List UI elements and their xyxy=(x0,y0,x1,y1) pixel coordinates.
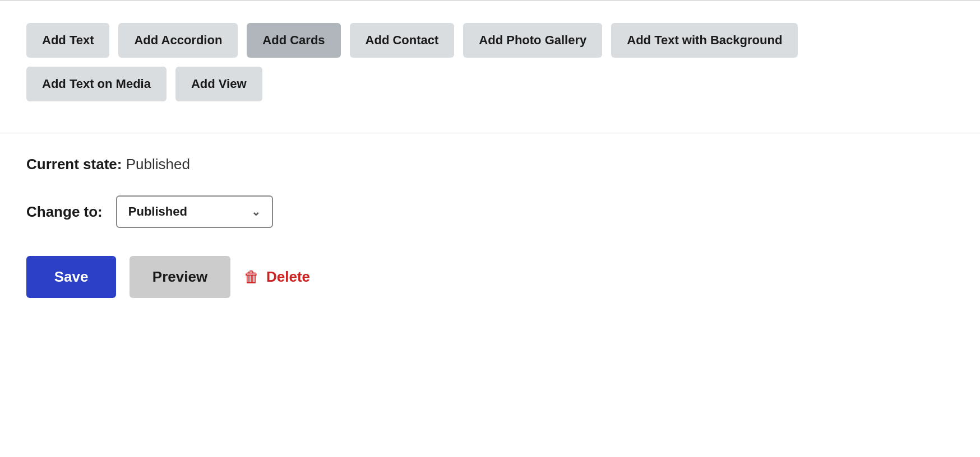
trash-icon: 🗑 xyxy=(244,268,260,286)
status-select-value: Published xyxy=(128,204,187,219)
delete-container[interactable]: 🗑 Delete xyxy=(244,268,310,286)
action-row: Save Preview 🗑 Delete xyxy=(26,256,954,298)
change-to-row: Change to: Published ⌄ xyxy=(26,195,954,228)
add-text-with-background-button[interactable]: Add Text with Background xyxy=(611,23,798,58)
current-state-label: Current state: xyxy=(26,156,122,172)
add-view-button[interactable]: Add View xyxy=(175,67,262,101)
add-text-on-media-button[interactable]: Add Text on Media xyxy=(26,67,167,101)
button-row-1: Add TextAdd AccordionAdd CardsAdd Contac… xyxy=(26,23,954,58)
add-photo-gallery-button[interactable]: Add Photo Gallery xyxy=(463,23,602,58)
add-cards-button[interactable]: Add Cards xyxy=(247,23,340,58)
chevron-down-icon: ⌄ xyxy=(251,205,261,218)
preview-button[interactable]: Preview xyxy=(130,256,230,298)
delete-label: Delete xyxy=(266,268,310,286)
add-contact-button[interactable]: Add Contact xyxy=(350,23,455,58)
button-section: Add TextAdd AccordionAdd CardsAdd Contac… xyxy=(0,1,980,133)
state-section: Current state: Published Change to: Publ… xyxy=(0,133,980,320)
add-accordion-button[interactable]: Add Accordion xyxy=(118,23,238,58)
change-to-label: Change to: xyxy=(26,203,103,221)
add-text-button[interactable]: Add Text xyxy=(26,23,109,58)
button-row-2: Add Text on MediaAdd View xyxy=(26,67,954,101)
status-select[interactable]: Published ⌄ xyxy=(116,195,273,228)
save-button[interactable]: Save xyxy=(26,256,116,298)
current-state-row: Current state: Published xyxy=(26,156,954,173)
current-state-value: Published xyxy=(126,156,190,172)
